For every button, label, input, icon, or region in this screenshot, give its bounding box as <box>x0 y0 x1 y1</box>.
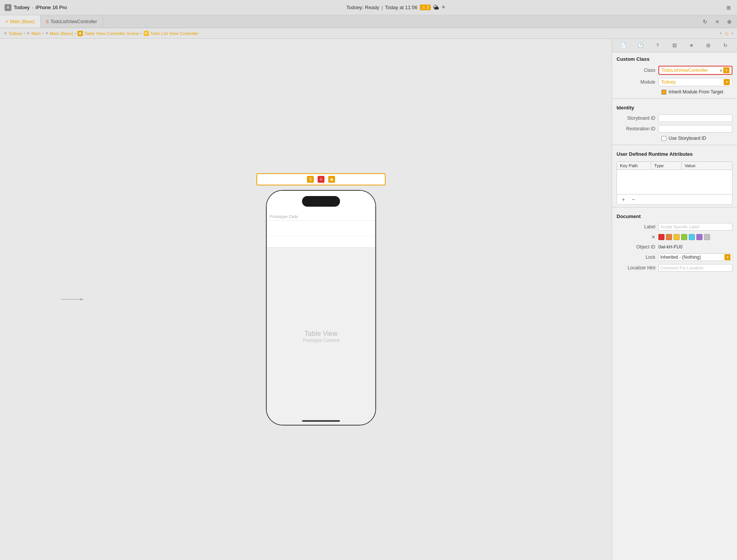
module-dropdown[interactable]: ▾ <box>724 79 730 85</box>
add-icon[interactable]: + <box>441 3 446 11</box>
bc-sep-1: › <box>24 31 25 35</box>
inspector-toolbar: 📄 🕐 ? ⊡ ≡ ⊞ ↻ <box>612 39 737 52</box>
inspector-identity-icon[interactable]: ⊡ <box>670 41 679 50</box>
phone-content: Prototype Cells Table View Prototype Con… <box>267 191 375 425</box>
add-tab-icon[interactable]: ⊕ <box>726 18 733 25</box>
lock-dropdown[interactable]: ▾ <box>724 254 731 260</box>
color-x-label: ✕ <box>617 234 658 240</box>
class-label: Class <box>617 68 658 73</box>
window-icon[interactable]: ⊞ <box>725 4 732 11</box>
module-label: Module <box>617 79 658 85</box>
class-field-icons: ➤ ▾ <box>720 67 729 73</box>
inspector-attributes-icon[interactable]: ≡ <box>687 41 696 50</box>
bc-todo-list-vc[interactable]: ⊟ Todo List View Controller <box>144 31 199 36</box>
title-bar-right: ⊞ <box>725 4 732 11</box>
bc-todoey[interactable]: ✕ Todoey <box>4 31 22 36</box>
sep-3 <box>612 207 737 207</box>
lock-value: Inherited - (Nothing) <box>660 255 724 260</box>
custom-class-title: Custom Class <box>612 52 737 64</box>
iphone-home-bar <box>302 420 340 422</box>
inspector-size-icon[interactable]: ⊞ <box>704 41 713 50</box>
color-purple[interactable] <box>696 234 702 240</box>
bc-forward-icon[interactable]: › <box>732 31 733 36</box>
runtime-table-footer: + − <box>617 194 732 204</box>
doc-label-input[interactable]: Xcode Specific Label <box>658 223 732 231</box>
inspector-connections-icon[interactable]: ↻ <box>721 41 730 50</box>
table-view-area: Table View Prototype Content <box>267 248 375 425</box>
bc-x-icon-3: ✕ <box>45 31 48 35</box>
bc-main[interactable]: ✕ Main <box>27 31 41 36</box>
use-storyboard-label: Use Storyboard ID <box>669 136 706 141</box>
title-bar: A Todoey › iPhone 16 Pro Todoey: Ready |… <box>0 0 737 15</box>
tab-swift-icon: S <box>46 19 49 24</box>
restoration-id-input[interactable] <box>658 125 732 133</box>
class-dropdown[interactable]: ▾ <box>723 67 729 73</box>
bc-grid-icon: ▦ <box>77 31 83 36</box>
tab-bar: ✕ Main (Base) S TodoListViewController ↻… <box>0 15 737 28</box>
prototype-cells-label: Prototype Cells <box>267 213 375 220</box>
color-blue[interactable] <box>689 234 695 240</box>
lock-row: Lock Inherited - (Nothing) ▾ <box>612 252 737 263</box>
localizer-hint-row: Localizer Hint Comment For Localizer <box>612 263 737 273</box>
runtime-table-body <box>617 170 732 194</box>
breadcrumb-bar: ✕ Todoey › ✕ Main › ✕ Main (Base) › ▦ Ta… <box>0 28 737 39</box>
object-id-label: Object ID <box>617 244 658 250</box>
color-green[interactable] <box>681 234 687 240</box>
device-name[interactable]: iPhone 16 Pro <box>36 5 67 10</box>
scene-icon-3: ▦ <box>328 176 335 183</box>
tab-todo-list-vc[interactable]: S TodoListViewController <box>41 15 103 28</box>
color-red[interactable] <box>658 234 664 240</box>
label-colors <box>658 234 732 240</box>
runtime-table-header: Key Path Type Value <box>617 162 732 170</box>
inspector-clock-icon[interactable]: 🕐 <box>636 41 645 50</box>
storyboard-id-label: Storyboard ID <box>617 115 658 121</box>
bc-sep-4: › <box>141 31 142 35</box>
refresh-icon[interactable]: ↻ <box>701 18 709 25</box>
bc-main-base[interactable]: ✕ Main (Base) <box>45 31 73 36</box>
inherit-label: Inherit Module From Target <box>669 89 723 95</box>
canvas-area[interactable]: ☰ ① ▦ Prototype Cells Table View <box>0 39 612 560</box>
inspector-file-icon[interactable]: 📄 <box>619 41 628 50</box>
add-attribute-btn[interactable]: + <box>620 196 627 203</box>
sep-1 <box>612 98 737 99</box>
class-arrow-icon: ➤ <box>720 68 723 73</box>
table-view-label: Table View <box>305 330 338 338</box>
module-value: Todoey <box>661 79 722 85</box>
app-name[interactable]: Todoey <box>14 5 30 10</box>
bc-warning-icon: ⚠ <box>724 31 729 36</box>
tab-main-base-label: Main (Base) <box>10 19 35 24</box>
restoration-id-row: Restoration ID <box>612 123 737 134</box>
color-gray[interactable] <box>704 234 710 240</box>
bc-vc-icon: ⊟ <box>144 31 149 36</box>
lock-field[interactable]: Inherited - (Nothing) ▾ <box>658 253 732 261</box>
bc-back-icon[interactable]: ‹ <box>720 31 721 36</box>
runtime-table: Key Path Type Value + − <box>617 161 732 205</box>
title-bar-center: Todoey: Ready | Today at 11:56 ⚠ 2 🌥 + <box>70 3 722 11</box>
tab-main-base[interactable]: ✕ Main (Base) <box>0 15 41 28</box>
module-field[interactable]: Todoey ▾ <box>658 78 732 86</box>
storyboard-id-row: Storyboard ID <box>612 113 737 123</box>
use-storyboard-row[interactable]: Use Storyboard ID <box>612 134 737 142</box>
tab-actions: ↻ ≡ ⊕ <box>697 15 737 28</box>
class-field[interactable]: TodoListViewController ➤ ▾ <box>658 66 732 75</box>
list-icon[interactable]: ≡ <box>713 18 721 25</box>
use-storyboard-checkbox[interactable] <box>661 136 666 141</box>
inherit-row[interactable]: ✓ Inherit Module From Target <box>612 88 737 96</box>
color-orange[interactable] <box>666 234 672 240</box>
bc-table-scene[interactable]: ▦ Table View Controller Scene <box>77 31 139 36</box>
rt-col-value: Value <box>682 162 732 169</box>
bc-sep-2: › <box>42 31 43 35</box>
storyboard-id-input[interactable] <box>658 114 732 122</box>
inspector-help-icon[interactable]: ? <box>653 41 662 50</box>
scene-header[interactable]: ☰ ① ▦ <box>256 173 386 185</box>
cloud-icon: 🌥 <box>433 4 439 11</box>
sep-2 <box>612 145 737 145</box>
inherit-checkbox[interactable]: ✓ <box>661 90 666 95</box>
color-yellow[interactable] <box>674 234 680 240</box>
warning-badge[interactable]: ⚠ 2 <box>420 5 431 10</box>
remove-attribute-btn[interactable]: − <box>630 196 637 203</box>
bc-x-icon-1: ✕ <box>4 31 7 35</box>
localizer-hint-input[interactable]: Comment For Localizer <box>658 264 732 272</box>
title-bar-left: A Todoey › iPhone 16 Pro <box>5 4 67 11</box>
identity-title: Identity <box>612 101 737 113</box>
